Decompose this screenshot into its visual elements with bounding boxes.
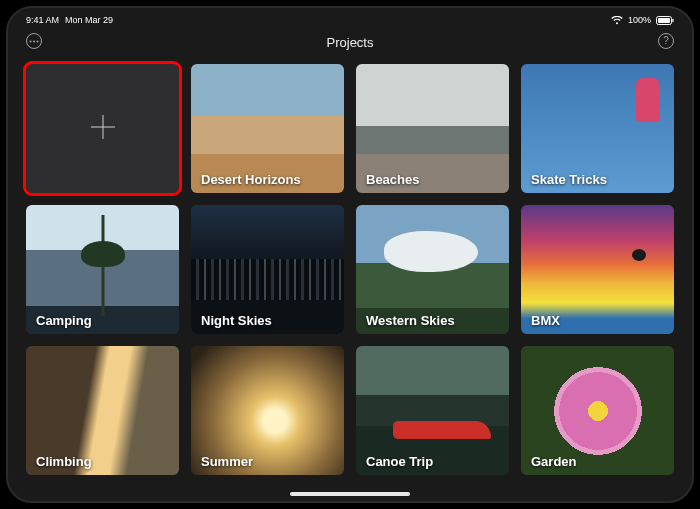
- project-tile[interactable]: Night Skies: [191, 205, 344, 334]
- status-bar: 9:41 AM Mon Mar 29 100%: [8, 8, 692, 28]
- project-label: Summer: [201, 454, 253, 469]
- project-label: Night Skies: [201, 313, 272, 328]
- status-date: Mon Mar 29: [65, 15, 113, 25]
- project-label: BMX: [531, 313, 560, 328]
- page-title: Projects: [327, 35, 374, 50]
- project-label: Garden: [531, 454, 577, 469]
- projects-grid: Desert Horizons Beaches Skate Tricks Cam…: [8, 56, 692, 493]
- wifi-icon: [611, 16, 623, 25]
- project-label: Western Skies: [366, 313, 455, 328]
- status-time: 9:41 AM: [26, 15, 59, 25]
- battery-percent: 100%: [628, 15, 651, 25]
- svg-rect-2: [672, 18, 673, 21]
- project-label: Beaches: [366, 172, 419, 187]
- project-tile[interactable]: BMX: [521, 205, 674, 334]
- project-tile[interactable]: Beaches: [356, 64, 509, 193]
- app-header: Projects ?: [8, 28, 692, 56]
- svg-point-4: [33, 40, 35, 42]
- project-label: Desert Horizons: [201, 172, 301, 187]
- project-label: Canoe Trip: [366, 454, 433, 469]
- help-icon: ?: [663, 36, 669, 46]
- help-button[interactable]: ?: [658, 33, 674, 49]
- project-tile[interactable]: Climbing: [26, 346, 179, 475]
- more-icon: [29, 40, 39, 43]
- project-tile[interactable]: Summer: [191, 346, 344, 475]
- home-indicator[interactable]: [290, 492, 410, 496]
- project-tile[interactable]: Canoe Trip: [356, 346, 509, 475]
- new-project-button[interactable]: [26, 64, 179, 193]
- project-tile[interactable]: Western Skies: [356, 205, 509, 334]
- project-label: Skate Tricks: [531, 172, 607, 187]
- tablet-frame: 9:41 AM Mon Mar 29 100% Projects ?: [6, 6, 694, 503]
- project-tile[interactable]: Skate Tricks: [521, 64, 674, 193]
- svg-point-5: [37, 40, 39, 42]
- svg-rect-1: [658, 18, 670, 23]
- battery-icon: [656, 16, 674, 25]
- svg-point-3: [30, 40, 32, 42]
- project-tile[interactable]: Garden: [521, 346, 674, 475]
- project-label: Camping: [36, 313, 92, 328]
- project-tile[interactable]: Camping: [26, 205, 179, 334]
- plus-icon: [88, 112, 118, 146]
- project-tile[interactable]: Desert Horizons: [191, 64, 344, 193]
- project-label: Climbing: [36, 454, 92, 469]
- more-button[interactable]: [26, 33, 42, 49]
